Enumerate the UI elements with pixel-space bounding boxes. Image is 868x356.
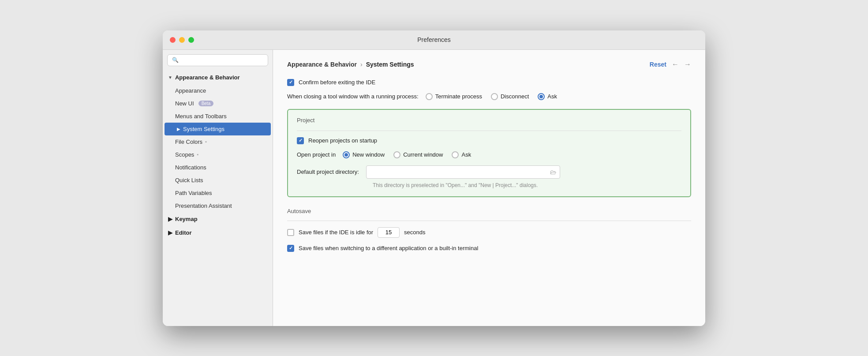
preferences-window: Preferences 🔍 ▼ Appearance & Behavior Ap… [163,30,705,326]
closing-tool-window-label: When closing a tool window with a runnin… [287,93,419,100]
project-section: Project ✓ Reopen projects on startup Ope… [287,109,691,197]
sidebar-item-new-ui[interactable]: New UI Beta [163,97,273,110]
sidebar-item-presentation-assistant[interactable]: Presentation Assistant [163,199,273,212]
radio-current-window-outer [393,151,400,158]
open-project-in-row: Open project in New window Current windo… [297,151,681,158]
default-dir-label: Default project directory: [297,169,359,175]
save-on-switch-label: Save files when switching to a different… [299,245,478,251]
save-idle-checkbox[interactable] [287,229,294,236]
close-button[interactable] [170,37,176,43]
breadcrumb: Appearance & Behavior › System Settings … [287,60,691,68]
idle-seconds-input[interactable]: 15 [378,227,400,238]
radio-ask-open-outer [452,151,459,158]
default-dir-input-box[interactable]: 🗁 [366,165,560,179]
confirm-exit-label: Confirm before exiting the IDE [299,79,375,86]
sidebar-item-appearance[interactable]: Appearance [163,84,273,97]
autosave-section-title: Autosave [287,208,691,214]
sidebar-item-path-variables[interactable]: Path Variables [163,187,273,199]
sidebar-item-label-new-ui: New UI [175,100,194,107]
breadcrumb-current: System Settings [366,61,414,68]
reopen-startup-label: Reopen projects on startup [308,137,377,144]
sidebar-group-header-appearance-behavior[interactable]: ▼ Appearance & Behavior [163,71,273,84]
keymap-arrow-icon: ▶ [168,216,172,222]
radio-ask-closing-label: Ask [547,93,557,100]
sidebar-item-label-path-variables: Path Variables [175,190,212,196]
sidebar-item-label-system-settings: System Settings [183,126,224,132]
titlebar: Preferences [163,30,705,50]
sidebar-item-label-notifications: Notifications [175,164,206,171]
save-idle-label-before: Save files if the IDE is idle for [299,229,373,236]
sidebar-item-label-scopes: Scopes [175,151,194,158]
sidebar-group-editor[interactable]: ▶ Editor [163,226,273,240]
closing-tool-window-row: When closing a tool window with a runnin… [287,93,691,100]
minimize-button[interactable] [179,37,185,43]
search-input[interactable] [181,57,263,64]
project-section-title: Project [297,117,681,124]
breadcrumb-separator: › [360,61,363,68]
radio-new-window-outer [343,151,350,158]
save-on-switch-row: ✓ Save files when switching to a differe… [287,245,691,252]
sidebar-item-file-colors[interactable]: File Colors ▪ [163,135,273,148]
save-idle-label-after: seconds [404,229,425,236]
default-dir-hint: This directory is preselected in "Open..… [373,182,681,188]
reopen-startup-checkmark: ✓ [299,138,303,143]
default-dir-row: Default project directory: 🗁 [297,165,681,179]
sidebar-item-label-quick-lists: Quick Lists [175,177,203,184]
folder-icon: 🗁 [550,169,556,176]
back-button[interactable]: ← [672,60,679,68]
sidebar-item-label-menus-toolbars: Menus and Toolbars [175,113,227,120]
radio-terminate-label: Terminate process [435,93,482,100]
forward-button[interactable]: → [684,60,691,68]
radio-disconnect-label: Disconnect [501,93,529,100]
radio-disconnect-outer [491,93,498,100]
autosave-section: Autosave Save files if the IDE is idle f… [287,208,691,252]
radio-current-window-label: Current window [403,151,443,158]
radio-ask-open-label: Ask [461,151,471,158]
sidebar-item-scopes[interactable]: Scopes ▪ [163,148,273,161]
radio-current-window[interactable]: Current window [393,151,443,158]
save-idle-row: Save files if the IDE is idle for 15 sec… [287,227,691,238]
sidebar-item-quick-lists[interactable]: Quick Lists [163,174,273,187]
content-area: 🔍 ▼ Appearance & Behavior Appearance New… [163,50,705,326]
radio-new-window-inner [344,153,348,157]
search-box[interactable]: 🔍 [167,54,268,66]
sidebar-group-label-appearance-behavior: Appearance & Behavior [175,74,240,81]
radio-terminate-outer [426,93,433,100]
sidebar-item-system-settings[interactable]: ▶ System Settings [165,123,271,135]
radio-disconnect[interactable]: Disconnect [491,93,529,100]
sidebar-item-notifications[interactable]: Notifications [163,161,273,174]
sidebar-item-menus-toolbars[interactable]: Menus and Toolbars [163,110,273,123]
main-content: Appearance & Behavior › System Settings … [273,50,705,326]
breadcrumb-actions: Reset ← → [650,60,691,68]
radio-new-window[interactable]: New window [343,151,385,158]
reopen-startup-row: ✓ Reopen projects on startup [297,137,681,144]
file-icon-file-colors: ▪ [205,139,207,144]
sidebar-item-label-presentation-assistant: Presentation Assistant [175,202,232,209]
confirm-exit-checkmark: ✓ [289,80,293,85]
sidebar-group-label-editor: Editor [175,229,192,236]
sidebar-group-keymap[interactable]: ▶ Keymap [163,212,273,226]
radio-ask-closing[interactable]: Ask [538,93,557,100]
reset-button[interactable]: Reset [650,61,666,68]
radio-ask-open[interactable]: Ask [452,151,471,158]
editor-arrow-icon: ▶ [168,229,172,236]
sidebar-item-label-file-colors: File Colors [175,139,202,145]
file-icon-scopes: ▪ [197,152,198,157]
radio-ask-closing-outer [538,93,545,100]
confirm-exit-row: ✓ Confirm before exiting the IDE [287,79,691,86]
open-project-in-label: Open project in [297,151,336,158]
save-on-switch-checkbox[interactable]: ✓ [287,245,294,252]
reopen-startup-checkbox[interactable]: ✓ [297,137,304,144]
expand-arrow-icon: ▼ [168,75,172,80]
traffic-lights [170,37,194,43]
active-arrow-icon: ▶ [177,127,180,131]
confirm-exit-checkbox[interactable]: ✓ [287,79,294,86]
sidebar-group-label-keymap: Keymap [175,216,198,222]
sidebar-item-label-appearance: Appearance [175,87,206,94]
closing-tool-window-radio-group: Terminate process Disconnect Ask [426,93,557,100]
window-title: Preferences [417,36,450,43]
search-icon: 🔍 [172,57,179,63]
radio-terminate[interactable]: Terminate process [426,93,482,100]
radio-ask-closing-inner [539,95,543,98]
maximize-button[interactable] [188,37,194,43]
